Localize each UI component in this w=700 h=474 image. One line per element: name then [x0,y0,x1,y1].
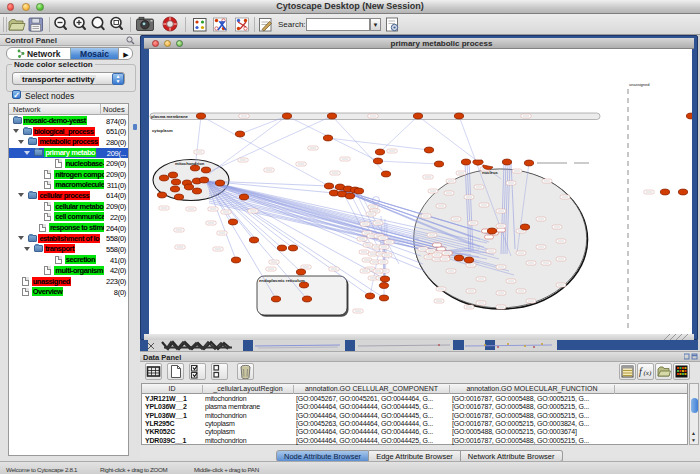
svg-text:f: f [639,366,643,377]
svg-text:mitochondrion: mitochondrion [175,161,205,166]
svg-text:cytoplasm: cytoplasm [152,128,173,133]
svg-text:(x): (x) [644,369,652,377]
svg-text:nucleus: nucleus [482,170,498,175]
svg-text:unassigned: unassigned [629,82,649,87]
svg-text:plasma membrane: plasma membrane [151,114,188,119]
svg-text:endoplasmic reticulum: endoplasmic reticulum [259,278,305,283]
